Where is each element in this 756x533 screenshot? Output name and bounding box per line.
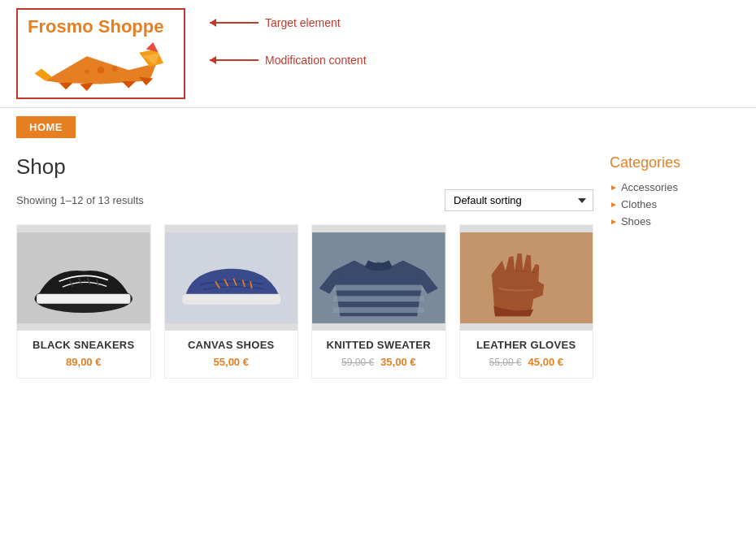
- product-price-canvas: 55,00 €: [214, 356, 249, 368]
- product-image-canvas: [165, 225, 298, 331]
- results-count: Showing 1–12 of 13 results: [16, 194, 144, 206]
- svg-marker-6: [139, 77, 153, 85]
- product-card-gloves[interactable]: LEATHER GLOVES 55,00 € 45,00 €: [459, 224, 594, 379]
- product-price-sale-sweater: 35,00 €: [380, 356, 415, 368]
- svg-rect-27: [333, 285, 424, 291]
- sidebar-item-accessories[interactable]: ► Accessories: [610, 181, 740, 193]
- shop-title: Shop: [16, 154, 593, 180]
- sidebar-item-shoes[interactable]: ► Shoes: [610, 215, 740, 228]
- product-name-sneakers: BLACK SNEAKERS: [33, 339, 135, 351]
- sidebar-item-label-shoes: Shoes: [621, 215, 651, 228]
- product-card-sweater[interactable]: KNITTED SWEATER 59,00 € 35,00 €: [311, 224, 446, 379]
- product-price-sneakers: 89,00 €: [66, 356, 101, 368]
- modification-content-annotation: Modification content: [210, 54, 367, 67]
- logo-animal-image: [28, 42, 174, 91]
- product-card-canvas[interactable]: CANVAS SHOES 55,00 €: [164, 224, 299, 379]
- svg-point-8: [98, 67, 105, 74]
- logo-target-box: Frosmo Shoppe: [16, 8, 185, 99]
- svg-point-9: [112, 66, 118, 72]
- modification-content-label: Modification content: [265, 54, 367, 67]
- product-name-canvas: CANVAS SHOES: [188, 339, 275, 351]
- chevron-right-icon: ►: [610, 183, 618, 192]
- shop-area: Shop Showing 1–12 of 13 results Default …: [16, 154, 593, 379]
- logo-title: Frosmo Shoppe: [28, 16, 163, 37]
- annotation-arrow-1: [210, 22, 259, 24]
- sidebar-item-clothes[interactable]: ► Clothes: [610, 198, 740, 210]
- svg-rect-28: [333, 296, 424, 301]
- product-image-gloves: [460, 225, 593, 331]
- product-name-gloves: LEATHER GLOVES: [476, 339, 576, 351]
- price-row-gloves: 55,00 € 45,00 €: [489, 356, 563, 368]
- sidebar-item-label-clothes: Clothes: [621, 198, 657, 210]
- target-element-annotation: Target element: [210, 16, 367, 29]
- svg-marker-3: [59, 83, 73, 90]
- svg-rect-20: [182, 294, 280, 305]
- svg-marker-2: [146, 42, 159, 52]
- annotations-container: Target element Modification content: [210, 16, 367, 67]
- annotation-arrow-2: [210, 59, 259, 61]
- svg-point-10: [85, 69, 89, 73]
- product-grid: BLACK SNEAKERS 89,00 €: [16, 224, 593, 379]
- product-price-old-gloves: 55,00 €: [489, 357, 522, 368]
- sidebar-title: Categories: [610, 154, 740, 171]
- product-card-sneakers[interactable]: BLACK SNEAKERS 89,00 €: [16, 224, 151, 379]
- main-layout: Shop Showing 1–12 of 13 results Default …: [0, 146, 756, 387]
- shop-meta: Showing 1–12 of 13 results Default sorti…: [16, 189, 593, 211]
- product-image-sweater: [312, 225, 445, 331]
- chevron-right-icon-shoes: ►: [610, 217, 618, 226]
- product-name-sweater: KNITTED SWEATER: [327, 339, 431, 351]
- sort-select[interactable]: Default sorting Sort by popularity Sort …: [445, 189, 593, 211]
- nav-bar: HOME: [0, 108, 756, 146]
- sidebar-item-label-accessories: Accessories: [621, 181, 678, 193]
- price-row-sweater: 59,00 € 35,00 €: [341, 356, 415, 368]
- product-price-old-sweater: 59,00 €: [341, 357, 374, 368]
- sidebar: Categories ► Accessories ► Clothes ► Sho…: [610, 154, 740, 379]
- header: Frosmo Shoppe Target ele: [0, 0, 756, 108]
- svg-marker-5: [122, 81, 136, 89]
- chevron-right-icon-clothes: ►: [610, 200, 618, 209]
- product-price-sale-gloves: 45,00 €: [528, 356, 563, 368]
- target-element-label: Target element: [265, 16, 341, 29]
- home-button[interactable]: HOME: [16, 116, 76, 138]
- svg-rect-29: [333, 307, 424, 313]
- product-image-sneakers: [17, 225, 150, 331]
- svg-marker-4: [80, 83, 93, 91]
- svg-rect-14: [37, 294, 130, 304]
